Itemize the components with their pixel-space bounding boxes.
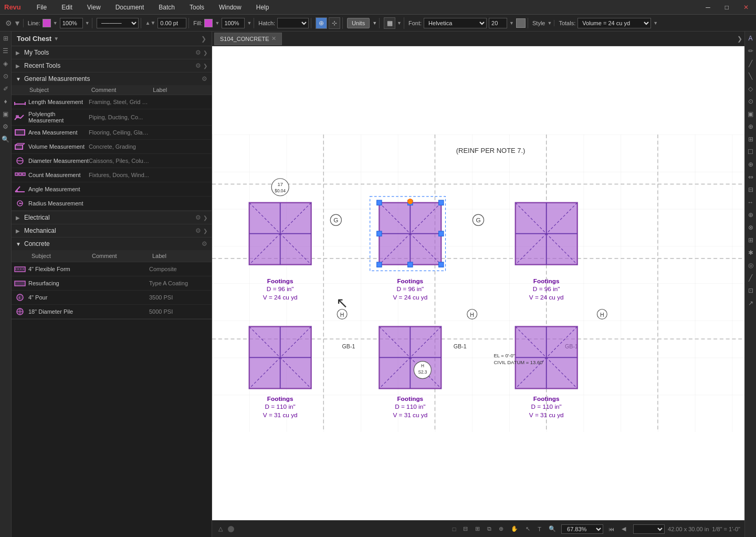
hatch-select[interactable] [277, 18, 309, 28]
right-icon-17[interactable]: ⊞ [746, 235, 755, 245]
menu-document[interactable]: Document [112, 3, 148, 12]
line-style-select[interactable]: ───── [97, 18, 139, 28]
electrical-header[interactable]: ▶ Electrical ⚙ ❯ [12, 211, 212, 224]
right-icon-13[interactable]: ⊟ [746, 185, 755, 194]
page-select[interactable] [633, 524, 665, 534]
footer-split-v[interactable]: ⊟ [461, 524, 470, 533]
gm-row-count[interactable]: Count Measurement Fixtures, Doors, Wind.… [12, 168, 212, 182]
recent-tools-header[interactable]: ▶ Recent Tools ⚙ ❯ [12, 59, 212, 72]
window-minimize[interactable]: ─ [702, 3, 713, 12]
columns-arrow[interactable]: ▼ [397, 20, 402, 26]
concrete-header[interactable]: ▼ Concrete ⚙ [12, 237, 212, 250]
right-icon-14[interactable]: ↔ [746, 198, 755, 207]
drawing-canvas[interactable]: (REINF PER NOTE 7.) GB-1 GB-1 GB-1 Footi… [212, 46, 744, 520]
measure-btn[interactable]: ⊹ [329, 17, 340, 29]
tool-chest-title[interactable]: Tool Chest ▼ [17, 35, 59, 43]
gm-header[interactable]: ▼ General Measurements ⚙ [12, 73, 212, 85]
footer-zoom-icon[interactable]: 🔍 [547, 524, 558, 533]
iconbar-tool6[interactable]: ♦ [1, 97, 10, 106]
right-icon-6[interactable]: ⊙ [746, 97, 755, 106]
fill-arrow[interactable]: ▼ [215, 20, 219, 26]
mechanical-gear[interactable]: ⚙ [195, 227, 201, 234]
units-dropdown-arrow[interactable]: ▼ [372, 20, 377, 26]
iconbar-tool5[interactable]: ✐ [1, 84, 10, 94]
iconbar-search[interactable]: 🔍 [1, 135, 10, 144]
right-icon-5[interactable]: ◇ [746, 84, 755, 94]
electrical-gear[interactable]: ⚙ [195, 214, 201, 221]
tool-chest-arrow[interactable]: ▼ [54, 36, 59, 42]
footer-text[interactable]: T [536, 525, 543, 533]
right-icon-10[interactable]: ☐ [746, 147, 755, 157]
right-icon-12[interactable]: ⇔ [746, 172, 755, 182]
menu-edit[interactable]: Edit [58, 3, 76, 12]
footer-cursor[interactable]: ↖ [523, 524, 532, 533]
zoom-arrow[interactable]: ▼ [85, 20, 90, 26]
menu-window[interactable]: Window [216, 3, 245, 12]
mechanical-header[interactable]: ▶ Mechanical ⚙ ❯ [12, 224, 212, 237]
font-select[interactable]: Helvetica [424, 18, 487, 28]
electrical-expand[interactable]: ❯ [203, 215, 207, 221]
canvas-tab-s104[interactable]: S104_CONCRETE ✕ [214, 33, 282, 45]
footer-square[interactable]: □ [450, 525, 458, 533]
concrete-row-form[interactable]: 4" Flexible Form Composite [12, 262, 212, 276]
concrete-gear[interactable]: ⚙ [202, 240, 207, 247]
concrete-row-pile[interactable]: 18" Diameter Pile 5000 PSI [12, 305, 212, 319]
stroke-input[interactable] [158, 18, 186, 28]
style-arrow[interactable]: ▼ [547, 20, 552, 26]
columns-btn[interactable]: ▦ [384, 17, 395, 29]
right-icon-1[interactable]: A [746, 34, 755, 43]
concrete-row-pour[interactable]: 4 4" Pour 3500 PSI [12, 291, 212, 305]
right-icon-21[interactable]: ⊡ [746, 286, 755, 295]
font-size-arrow[interactable]: ▼ [509, 20, 514, 26]
menu-tools[interactable]: Tools [186, 3, 207, 12]
fill-pct-arrow[interactable]: ▼ [247, 20, 251, 26]
window-close[interactable]: ✕ [740, 3, 752, 12]
gm-row-diameter[interactable]: Diameter Measurement Caissons, Piles, Co… [12, 154, 212, 168]
iconbar-layers[interactable]: ⊞ [1, 34, 10, 43]
gm-row-polylength[interactable]: Polylength Measurement Piping, Ducting, … [12, 109, 212, 126]
line-color-arrow[interactable]: ▼ [53, 20, 58, 26]
footer-first-page[interactable]: ⏮ [606, 525, 616, 533]
my-tools-expand[interactable]: ❯ [203, 50, 207, 56]
font-color-swatch[interactable] [516, 18, 526, 28]
right-icon-22[interactable]: ↗ [746, 298, 755, 308]
mechanical-expand[interactable]: ❯ [203, 228, 207, 234]
right-icon-7[interactable]: ▣ [746, 109, 755, 119]
right-icon-15[interactable]: ⊕ [746, 210, 755, 220]
menu-file[interactable]: File [34, 3, 50, 12]
right-icon-18[interactable]: ✱ [746, 248, 755, 257]
gm-gear[interactable]: ⚙ [202, 75, 207, 82]
toolbar-icon-2[interactable]: ▼ [14, 19, 21, 27]
fill-pct-input[interactable] [222, 18, 245, 28]
zoom-select[interactable]: 67.83% [561, 524, 603, 534]
font-size-input[interactable] [489, 18, 507, 28]
my-tools-header[interactable]: ▶ My Tools ⚙ ❯ [12, 46, 212, 59]
totals-arrow[interactable]: ▼ [653, 20, 658, 26]
iconbar-tool2[interactable]: ☰ [1, 46, 10, 56]
concrete-row-resurface[interactable]: Resurfacing Type A Coating [12, 276, 212, 291]
right-icon-8[interactable]: ⊕ [746, 122, 755, 131]
iconbar-tool4[interactable]: ⊙ [1, 71, 10, 81]
menu-batch[interactable]: Batch [155, 3, 178, 12]
menu-view[interactable]: View [84, 3, 104, 12]
footer-nav1[interactable]: ⧉ [485, 524, 494, 533]
calibrate-btn[interactable]: ⊕ [316, 17, 327, 29]
right-icon-2[interactable]: ✏ [746, 46, 755, 56]
right-icon-20[interactable]: ╱ [746, 273, 755, 283]
footer-nav2[interactable]: ⊕ [497, 524, 506, 533]
gm-row-length[interactable]: Length Measurement Framing, Steel, Grid … [12, 95, 212, 109]
footer-pan[interactable]: ✋ [509, 524, 520, 533]
right-icon-11[interactable]: ⊕ [746, 160, 755, 169]
right-icon-19[interactable]: ◎ [746, 261, 755, 270]
stroke-arrows[interactable]: ▲▼ [145, 20, 156, 26]
gm-row-radius[interactable]: Radius Measurement [12, 197, 212, 211]
right-icon-9[interactable]: ⊞ [746, 135, 755, 144]
gm-row-area[interactable]: Area Measurement Flooring, Ceiling, Glaz… [12, 126, 212, 140]
line-color-swatch[interactable] [43, 19, 51, 27]
iconbar-tool3[interactable]: ◈ [1, 59, 10, 68]
window-maximize[interactable]: □ [722, 3, 732, 12]
right-icon-3[interactable]: ╱ [746, 59, 755, 68]
gm-row-volume[interactable]: Volume Measurement Concrete, Grading [12, 140, 212, 154]
gm-row-angle[interactable]: Angle Measurement [12, 182, 212, 197]
right-icon-16[interactable]: ⊗ [746, 223, 755, 232]
